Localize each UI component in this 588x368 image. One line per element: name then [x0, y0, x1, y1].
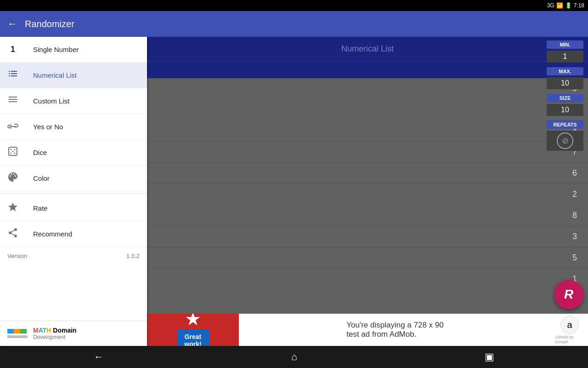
svg-rect-8 [9, 101, 17, 102]
number-row: 6 [147, 163, 588, 184]
sidebar-item-single-number[interactable]: 1 Single Number [0, 37, 147, 63]
max-value[interactable]: 10 [547, 77, 583, 89]
sidebar-item-single-number-label: Single Number [33, 46, 79, 53]
randomize-letter: R [564, 287, 573, 302]
min-label: MIN. [547, 40, 583, 49]
main-layout: 1 Single Number Numerical List [0, 37, 588, 346]
svg-point-11 [14, 149, 16, 150]
number-row: 3 [147, 226, 588, 247]
ad-logo: a AdMob by Google [551, 314, 588, 346]
numerical-list-icon [7, 69, 18, 82]
ad-banner: ★ Great work! You're displaying a 728 x … [147, 314, 588, 346]
version-label: Version [7, 253, 27, 259]
color-palette-icon [7, 172, 18, 185]
math-logo [7, 329, 28, 338]
admob-text: AdMob by Google [555, 335, 584, 344]
status-bar: 3G 📶 🔋 7:18 [0, 0, 588, 11]
sidebar-item-color-label: Color [33, 174, 50, 182]
signal-icon: 3G [547, 2, 554, 9]
sidebar-item-rate[interactable]: Rate [0, 196, 147, 221]
sidebar-version: Version 1.0.2 [0, 247, 147, 265]
recommend-share-icon [7, 227, 18, 241]
custom-list-icon [7, 94, 18, 108]
admob-logo-circle: a [560, 316, 579, 334]
brand-name: MATH Domain [33, 327, 77, 334]
app-title: Randomizer [25, 19, 74, 29]
number-row: 7 [147, 142, 588, 163]
nav-recent-button[interactable]: ▣ [485, 351, 494, 363]
list-header: Numerical List [147, 37, 588, 61]
ad-star-icon: ★ [185, 314, 201, 329]
number-row: 1 [147, 269, 588, 290]
svg-rect-3 [11, 73, 17, 74]
sidebar-item-dice-label: Dice [33, 149, 47, 156]
sidebar-item-numerical-list-label: Numerical List [33, 71, 77, 79]
svg-point-13 [14, 153, 16, 154]
number-row: 10 [147, 99, 588, 121]
nav-home-button[interactable]: ⌂ [291, 351, 297, 363]
randomize-button[interactable]: R [554, 280, 583, 309]
sidebar-item-yes-or-no-label: Yes or No [33, 123, 63, 131]
version-value: 1.0.2 [126, 253, 140, 259]
svg-rect-6 [9, 97, 17, 98]
ad-great-work: Great work! [177, 329, 209, 346]
controls-panel: MIN. 1 MAX. 10 SIZE 10 REPEATS ⊘ [542, 37, 588, 157]
svg-point-10 [11, 149, 12, 150]
sidebar-item-recommend-label: Recommend [33, 230, 72, 238]
sidebar-item-numerical-list[interactable]: Numerical List [0, 63, 147, 88]
svg-rect-2 [9, 73, 10, 74]
sidebar: 1 Single Number Numerical List [0, 37, 147, 346]
sidebar-item-rate-label: Rate [33, 204, 48, 212]
sidebar-divider [0, 193, 147, 194]
sidebar-item-recommend[interactable]: Recommend [0, 221, 147, 247]
sidebar-item-dice[interactable]: Dice [0, 140, 147, 166]
no-repeat-icon: ⊘ [557, 132, 573, 149]
sidebar-item-yes-or-no[interactable]: Yes or No [0, 114, 147, 140]
sidebar-item-custom-list[interactable]: Custom List [0, 88, 147, 114]
min-value[interactable]: 1 [547, 51, 583, 63]
nav-back-button[interactable]: ← [94, 351, 104, 363]
sidebar-item-custom-list-label: Custom List [33, 97, 69, 105]
app-bar: ← Randomizer [0, 11, 588, 37]
ad-text-section: You're displaying a 728 x 90 test ad fro… [239, 321, 551, 339]
rate-star-icon [7, 201, 18, 215]
number-row: 5 [147, 247, 588, 269]
svg-rect-5 [11, 75, 17, 76]
ad-main-text: You're displaying a 728 x 90 test ad fro… [346, 321, 444, 339]
size-label: SIZE [547, 94, 583, 102]
number-row: 4 [147, 121, 588, 142]
sidebar-item-color[interactable]: Color [0, 166, 147, 191]
sidebar-footer: MATH Domain Development [0, 321, 147, 346]
svg-point-12 [11, 153, 12, 154]
svg-point-14 [12, 151, 14, 152]
number-row: 2 [147, 184, 588, 205]
list-subheader: Value [147, 61, 588, 78]
brand-sub: Development [33, 334, 77, 340]
size-value[interactable]: 10 [547, 104, 583, 116]
back-button[interactable]: ← [7, 18, 17, 30]
dice-icon [7, 146, 18, 159]
number-row: 9 [147, 78, 588, 99]
bottom-nav: ← ⌂ ▣ [0, 346, 588, 368]
time-display: 7:18 [574, 2, 584, 9]
single-number-icon: 1 [7, 45, 18, 54]
list-title: Numerical List [341, 44, 394, 54]
number-row: 8 [147, 205, 588, 226]
svg-rect-0 [9, 71, 10, 72]
svg-rect-7 [9, 99, 17, 100]
repeats-label: REPEATS [547, 121, 583, 129]
max-label: MAX. [547, 67, 583, 75]
math-domain-info: MATH Domain Development [33, 327, 77, 340]
svg-rect-4 [9, 75, 10, 76]
repeats-value[interactable]: ⊘ [547, 131, 583, 151]
content-area: Numerical List Value 91047628351 MIN. 1 … [147, 37, 588, 346]
battery-icon: 🔋 [565, 2, 572, 9]
ad-left-panel: ★ Great work! [147, 314, 239, 346]
signal-bars: 📶 [556, 2, 563, 9]
yes-or-no-icon [7, 120, 18, 133]
number-list: 91047628351 [147, 78, 588, 346]
svg-rect-1 [11, 71, 17, 72]
